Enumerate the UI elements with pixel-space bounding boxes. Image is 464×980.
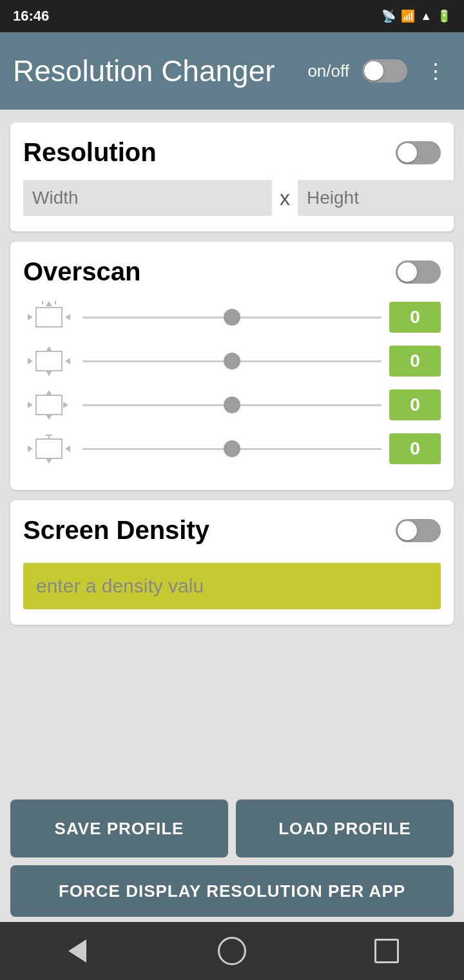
overscan-card: Overscan 0 xyxy=(10,242,454,490)
overscan-slider-container-4 xyxy=(82,437,382,460)
svg-marker-11 xyxy=(46,346,52,351)
svg-marker-5 xyxy=(46,301,52,306)
overscan-value-3: 0 xyxy=(389,389,441,420)
svg-marker-20 xyxy=(46,458,52,464)
force-btn-container: FORCE DISPLAY RESOLUTION PER APP xyxy=(0,865,464,917)
app-bar: Resolution Changer on/off ⋮ xyxy=(0,32,464,110)
battery-icon: 🔋 xyxy=(437,9,451,23)
home-button[interactable] xyxy=(213,932,251,970)
status-bar: 16:46 📡 📶 ▲ 🔋 xyxy=(0,0,464,32)
density-input[interactable] xyxy=(23,563,441,609)
width-input[interactable] xyxy=(23,180,272,216)
overscan-toggle[interactable] xyxy=(396,260,441,284)
nav-bar xyxy=(0,922,464,980)
svg-marker-15 xyxy=(46,415,52,420)
svg-rect-0 xyxy=(36,308,62,327)
save-profile-button[interactable]: SAVE PROFILE xyxy=(10,799,228,858)
svg-rect-6 xyxy=(36,351,62,371)
main-content: Resolution x Overscan xyxy=(0,110,464,799)
status-time: 16:46 xyxy=(13,8,382,24)
app-title: Resolution Changer xyxy=(13,54,307,88)
resolution-separator: x xyxy=(280,186,290,210)
resolution-card: Resolution x xyxy=(10,122,454,231)
density-toggle[interactable] xyxy=(396,519,441,542)
density-card-header: Screen Density xyxy=(23,516,441,545)
overscan-title: Overscan xyxy=(23,257,140,286)
status-icons: 📡 📶 ▲ 🔋 xyxy=(382,9,451,23)
overscan-value-2: 0 xyxy=(389,346,441,377)
overscan-icon-4 xyxy=(23,431,75,467)
overscan-slider-4[interactable] xyxy=(82,448,382,450)
overscan-slider-3[interactable] xyxy=(82,404,382,406)
bottom-buttons: SAVE PROFILE LOAD PROFILE xyxy=(0,799,464,858)
resolution-card-header: Resolution xyxy=(23,138,441,167)
overscan-icon-3 xyxy=(23,387,75,423)
svg-marker-14 xyxy=(63,402,68,408)
recents-icon xyxy=(374,939,399,963)
main-toggle[interactable] xyxy=(362,59,407,83)
on-off-label: on/off xyxy=(307,61,349,81)
overscan-value-4: 0 xyxy=(389,433,441,464)
height-input[interactable] xyxy=(298,180,464,216)
app-bar-controls: on/off ⋮ xyxy=(307,56,451,86)
load-profile-button[interactable]: LOAD PROFILE xyxy=(236,799,454,858)
svg-marker-8 xyxy=(65,358,70,364)
back-icon xyxy=(68,939,86,963)
svg-marker-18 xyxy=(28,446,33,452)
resolution-toggle[interactable] xyxy=(396,141,441,164)
more-options-icon[interactable]: ⋮ xyxy=(420,56,451,86)
overscan-icon-1 xyxy=(23,299,75,335)
overscan-value-1: 0 xyxy=(389,302,441,333)
svg-marker-2 xyxy=(65,314,70,320)
overscan-slider-2[interactable] xyxy=(82,360,382,362)
svg-marker-19 xyxy=(65,446,70,452)
overscan-slider-container-2 xyxy=(82,349,382,373)
overscan-slider-1[interactable] xyxy=(82,317,382,318)
resolution-title: Resolution xyxy=(23,138,157,167)
overscan-slider-container-1 xyxy=(82,306,382,329)
cast-icon: 📡 xyxy=(382,9,396,23)
overscan-row-1: 0 xyxy=(23,299,441,335)
recents-button[interactable] xyxy=(367,932,406,970)
svg-marker-13 xyxy=(28,402,33,408)
back-button[interactable] xyxy=(58,932,97,970)
svg-marker-16 xyxy=(46,390,52,395)
svg-rect-12 xyxy=(36,395,62,415)
wifi-icon: ▲ xyxy=(420,10,432,23)
overscan-card-header: Overscan xyxy=(23,257,441,286)
overscan-row-4: 0 xyxy=(23,431,441,467)
home-icon xyxy=(218,937,246,965)
overscan-icon-2 xyxy=(23,343,75,379)
svg-marker-7 xyxy=(28,358,33,364)
force-display-button[interactable]: FORCE DISPLAY RESOLUTION PER APP xyxy=(10,865,454,917)
signal-icon: 📶 xyxy=(401,9,415,23)
screen-density-card: Screen Density xyxy=(10,500,454,625)
density-title: Screen Density xyxy=(23,516,209,545)
overscan-slider-container-3 xyxy=(82,393,382,416)
overscan-row-2: 0 xyxy=(23,343,441,379)
overscan-row-3: 0 xyxy=(23,387,441,423)
svg-rect-17 xyxy=(36,439,62,458)
resolution-inputs: x xyxy=(23,180,441,216)
svg-marker-1 xyxy=(28,314,33,320)
